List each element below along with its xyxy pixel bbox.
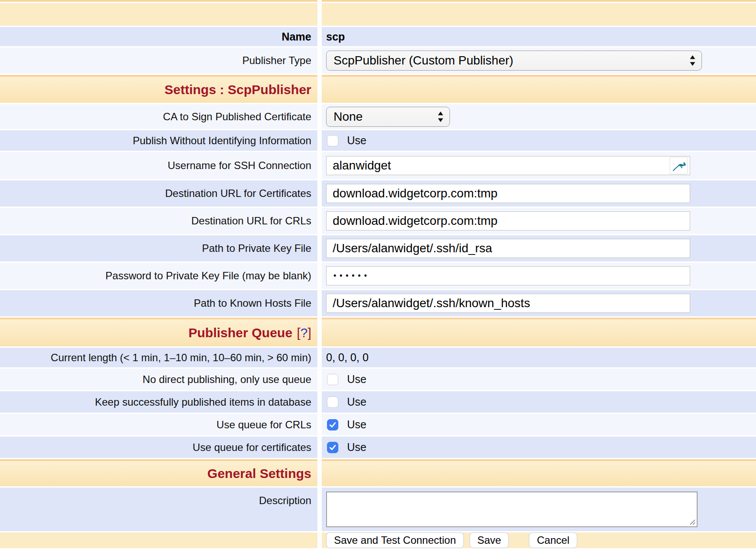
table-top-edge-left — [0, 0, 317, 2]
help-bracket-open: [ — [297, 325, 300, 340]
general-settings-title: General Settings — [208, 466, 311, 481]
private-key-password-row: Password to Private Key File (may be bla… — [0, 263, 756, 289]
private-key-path-input[interactable] — [326, 239, 690, 258]
general-settings-header-row: General Settings — [0, 459, 756, 486]
password-manager-autofill-icon[interactable] — [670, 157, 688, 174]
no-direct-publishing-use-label: Use — [347, 373, 366, 386]
page-header-row — [0, 3, 756, 26]
publish-without-label: Publish Without Identifying Information — [133, 135, 311, 147]
use-queue-certs-checkbox[interactable] — [327, 442, 338, 453]
publish-without-row: Publish Without Identifying Information … — [0, 130, 756, 151]
settings-section-header-row: Settings : ScpPublisher — [0, 75, 756, 103]
dest-crls-input[interactable] — [326, 211, 690, 230]
keep-published-items-row: Keep successfully published items in dat… — [0, 391, 756, 413]
autofill-impala-glyph — [671, 158, 686, 173]
select-stepper-arrows-icon — [437, 110, 444, 123]
page-header-right-cell — [322, 3, 756, 26]
ca-sign-row: CA to Sign Published Certificate None — [0, 104, 756, 129]
dest-certs-label: Destination URL for Certificates — [165, 187, 311, 200]
private-key-path-label: Path to Private Key File — [202, 242, 311, 254]
ca-sign-label: CA to Sign Published Certificate — [163, 111, 311, 123]
dest-certs-input[interactable] — [326, 184, 690, 203]
private-key-password-label: Password to Private Key File (may be bla… — [106, 270, 311, 282]
help-bracket-close: ] — [308, 325, 311, 340]
known-hosts-path-label: Path to Known Hosts File — [194, 297, 311, 309]
ca-sign-select[interactable]: None — [326, 107, 450, 127]
name-value: scp — [326, 30, 345, 43]
name-label: Name — [282, 30, 311, 43]
dest-crls-row: Destination URL for CRLs — [0, 208, 756, 234]
queue-length-label: Current length (< 1 min, 1–10 min, 10–60… — [51, 352, 311, 364]
table-top-edge — [0, 0, 756, 2]
checkmark-icon — [328, 443, 337, 452]
save-and-test-connection-button[interactable]: Save and Test Connection — [326, 532, 464, 548]
table-top-edge-right — [322, 0, 756, 2]
private-key-path-row: Path to Private Key File — [0, 235, 756, 261]
use-queue-certs-label: Use queue for certificates — [193, 441, 311, 454]
settings-section-title: Settings : ScpPublisher — [164, 82, 311, 97]
no-direct-publishing-checkbox[interactable] — [327, 374, 338, 385]
publisher-queue-title: Publisher Queue — [188, 325, 292, 340]
page-header-left-cell — [0, 3, 317, 26]
cancel-button[interactable]: Cancel — [529, 532, 577, 548]
select-stepper-arrows-icon — [689, 54, 696, 67]
use-queue-crls-checkbox[interactable] — [327, 419, 338, 430]
publisher-type-select[interactable]: ScpPublisher (Custom Publisher) — [326, 51, 702, 71]
use-queue-crls-label: Use queue for CRLs — [217, 419, 311, 431]
name-row: Name scp — [0, 27, 756, 46]
keep-published-items-use-label: Use — [347, 396, 366, 408]
no-direct-publishing-label: No direct publishing, only use queue — [143, 373, 311, 386]
edit-publisher-form: Name scp Publisher Type ScpPublisher (Cu… — [0, 0, 756, 549]
dest-crls-label: Destination URL for CRLs — [191, 215, 311, 227]
description-textarea[interactable] — [326, 491, 698, 527]
ssh-username-label: Username for SSH Connection — [168, 159, 311, 172]
queue-length-row: Current length (< 1 min, 1–10 min, 10–60… — [0, 348, 756, 367]
use-queue-crls-use-label: Use — [347, 418, 366, 431]
keep-published-items-checkbox[interactable] — [327, 396, 338, 408]
keep-published-items-label: Keep successfully published items in dat… — [95, 396, 311, 408]
publisher-type-label: Publisher Type — [242, 54, 311, 67]
ssh-username-input[interactable] — [326, 156, 690, 175]
publisher-type-row: Publisher Type ScpPublisher (Custom Publ… — [0, 47, 756, 74]
ssh-username-row: Username for SSH Connection — [0, 152, 756, 179]
queue-length-value: 0, 0, 0, 0 — [326, 351, 368, 364]
use-queue-certs-use-label: Use — [347, 441, 366, 454]
publisher-queue-header-row: Publisher Queue [?] — [0, 318, 756, 346]
actions-row: Save and Test Connection Save Cancel — [0, 532, 756, 548]
use-queue-certs-row: Use queue for certificates Use — [0, 437, 756, 458]
dest-certs-row: Destination URL for Certificates — [0, 180, 756, 207]
ca-sign-selected-option: None — [334, 110, 363, 124]
use-queue-crls-row: Use queue for CRLs Use — [0, 414, 756, 435]
description-label: Description — [259, 495, 311, 507]
no-direct-publishing-row: No direct publishing, only use queue Use — [0, 369, 756, 390]
publish-without-use-label: Use — [347, 134, 366, 147]
description-row: Description — [0, 488, 756, 531]
save-button[interactable]: Save — [470, 532, 509, 548]
checkmark-icon — [328, 420, 337, 429]
private-key-password-input[interactable] — [326, 266, 690, 285]
known-hosts-path-input[interactable] — [326, 294, 690, 313]
publisher-type-selected-option: ScpPublisher (Custom Publisher) — [334, 54, 513, 68]
publisher-queue-help-link[interactable]: ? — [300, 325, 308, 340]
textarea-resize-handle[interactable] — [689, 519, 696, 525]
publish-without-checkbox[interactable] — [327, 135, 338, 146]
known-hosts-path-row: Path to Known Hosts File — [0, 290, 756, 316]
